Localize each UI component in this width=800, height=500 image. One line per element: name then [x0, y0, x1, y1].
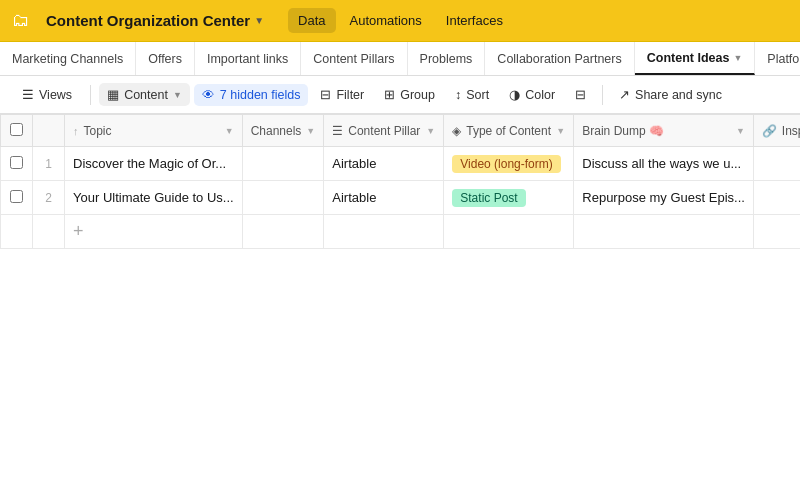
toolbar-divider-1: [90, 85, 91, 105]
topic-col-chevron: ▼: [225, 126, 234, 136]
tab-important-links[interactable]: Important links: [195, 42, 301, 75]
row2-inspiration-link[interactable]: [753, 181, 800, 215]
type-of-content-col-header[interactable]: ◈ Type of Content ▼: [444, 115, 574, 147]
add-row-check: [1, 215, 33, 249]
data-table: ↑ Topic ▼ Channels ▼ ☰: [0, 114, 800, 249]
tab-platform-metrics[interactable]: Platform Metrics Tracking ▼: [755, 42, 800, 75]
row2-channels[interactable]: [242, 181, 324, 215]
link-icon: 🔗: [762, 124, 777, 138]
channels-col-chevron: ▼: [306, 126, 315, 136]
tab-offers[interactable]: Offers: [136, 42, 195, 75]
brain-dump-col-chevron: ▼: [736, 126, 745, 136]
row2-type-of-content[interactable]: Static Post: [444, 181, 574, 215]
tab-bar: Marketing Channels Offers Important link…: [0, 42, 800, 76]
hidden-fields-label: 7 hidden fields: [220, 88, 301, 102]
share-icon: ↗: [619, 87, 630, 102]
content-view-button[interactable]: ▦ Content ▼: [99, 83, 190, 106]
inspiration-link-col-header[interactable]: 🔗 Inspiration Link ▼: [753, 115, 800, 147]
add-row-num: [33, 215, 65, 249]
nav-data[interactable]: Data: [288, 8, 335, 33]
add-row[interactable]: +: [1, 215, 801, 249]
tab-content-ideas[interactable]: Content Ideas ▼: [635, 42, 756, 75]
app-title: Content Organization Center ▼: [46, 12, 264, 29]
row1-num: 1: [33, 147, 65, 181]
row1-type-of-content[interactable]: Video (long-form): [444, 147, 574, 181]
views-label: Views: [39, 88, 72, 102]
row2-type-badge: Static Post: [452, 189, 525, 207]
row1-type-badge: Video (long-form): [452, 155, 560, 173]
app-title-chevron[interactable]: ▼: [254, 15, 264, 26]
filter-icon: ⊟: [320, 87, 331, 102]
row1-channels[interactable]: [242, 147, 324, 181]
type-col-chevron: ▼: [556, 126, 565, 136]
toolbar-divider-2: [602, 85, 603, 105]
row-height-icon: ⊟: [575, 87, 586, 102]
nav-automations[interactable]: Automations: [340, 8, 432, 33]
row1-topic[interactable]: Discover the Magic of Or...: [65, 147, 243, 181]
brain-dump-col-header[interactable]: Brain Dump 🧠 ▼: [574, 115, 754, 147]
row1-brain-dump[interactable]: Discuss all the ways we u...: [574, 147, 754, 181]
checkbox-col-header[interactable]: [1, 115, 33, 147]
top-nav: Data Automations Interfaces: [288, 8, 513, 33]
row1-select-checkbox[interactable]: [10, 156, 23, 169]
channels-col-header[interactable]: Channels ▼: [242, 115, 324, 147]
topic-sort-icon: ↑: [73, 125, 79, 137]
row2-num: 2: [33, 181, 65, 215]
table-body: 1 Discover the Magic of Or... Airtable V…: [1, 147, 801, 249]
main-content: ↑ Topic ▼ Channels ▼ ☰: [0, 114, 800, 500]
share-sync-button[interactable]: ↗ Share and sync: [611, 83, 730, 106]
row2-select-checkbox[interactable]: [10, 190, 23, 203]
app-icon: 🗂: [12, 10, 30, 31]
tab-content-ideas-chevron: ▼: [733, 53, 742, 63]
toolbar: ☰ Views ▦ Content ▼ 👁 7 hidden fields ⊟ …: [0, 76, 800, 114]
content-chevron-icon: ▼: [173, 90, 182, 100]
content-pillar-col-chevron: ▼: [426, 126, 435, 136]
type-icon: ◈: [452, 124, 461, 138]
content-label: Content: [124, 88, 168, 102]
sort-icon: ↕: [455, 88, 461, 102]
grid-icon: ▦: [107, 87, 119, 102]
filter-button[interactable]: ⊟ Filter: [312, 83, 372, 106]
topic-col-header[interactable]: ↑ Topic ▼: [65, 115, 243, 147]
tab-collaboration-partners[interactable]: Collaboration Partners: [485, 42, 634, 75]
hamburger-icon: ☰: [22, 87, 34, 102]
row2-checkbox[interactable]: [1, 181, 33, 215]
select-all-checkbox[interactable]: [10, 123, 23, 136]
content-pillar-icon: ☰: [332, 124, 343, 138]
views-button[interactable]: ☰ Views: [12, 83, 82, 106]
eye-icon: 👁: [202, 88, 215, 102]
group-icon: ⊞: [384, 87, 395, 102]
table-area: ↑ Topic ▼ Channels ▼ ☰: [0, 114, 800, 500]
row1-checkbox[interactable]: [1, 147, 33, 181]
row2-brain-dump[interactable]: Repurpose my Guest Epis...: [574, 181, 754, 215]
table-header-row: ↑ Topic ▼ Channels ▼ ☰: [1, 115, 801, 147]
app-title-text: Content Organization Center: [46, 12, 250, 29]
sort-button[interactable]: ↕ Sort: [447, 84, 497, 106]
nav-interfaces[interactable]: Interfaces: [436, 8, 513, 33]
row2-topic[interactable]: Your Ultimate Guide to Us...: [65, 181, 243, 215]
row-num-col-header: [33, 115, 65, 147]
hidden-fields-button[interactable]: 👁 7 hidden fields: [194, 84, 309, 106]
color-button[interactable]: ◑ Color: [501, 83, 563, 106]
add-row-button[interactable]: +: [65, 215, 243, 249]
top-bar: 🗂 Content Organization Center ▼ Data Aut…: [0, 0, 800, 42]
group-button[interactable]: ⊞ Group: [376, 83, 443, 106]
table-row: 2 Your Ultimate Guide to Us... Airtable …: [1, 181, 801, 215]
row1-content-pillar[interactable]: Airtable: [324, 147, 444, 181]
tab-marketing-channels[interactable]: Marketing Channels: [0, 42, 136, 75]
row-height-button[interactable]: ⊟: [567, 83, 594, 106]
color-icon: ◑: [509, 87, 520, 102]
tab-content-pillars[interactable]: Content Pillars: [301, 42, 407, 75]
row1-inspiration-link[interactable]: [753, 147, 800, 181]
table-row: 1 Discover the Magic of Or... Airtable V…: [1, 147, 801, 181]
content-pillar-col-header[interactable]: ☰ Content Pillar ▼: [324, 115, 444, 147]
row2-content-pillar[interactable]: Airtable: [324, 181, 444, 215]
tab-problems[interactable]: Problems: [408, 42, 486, 75]
